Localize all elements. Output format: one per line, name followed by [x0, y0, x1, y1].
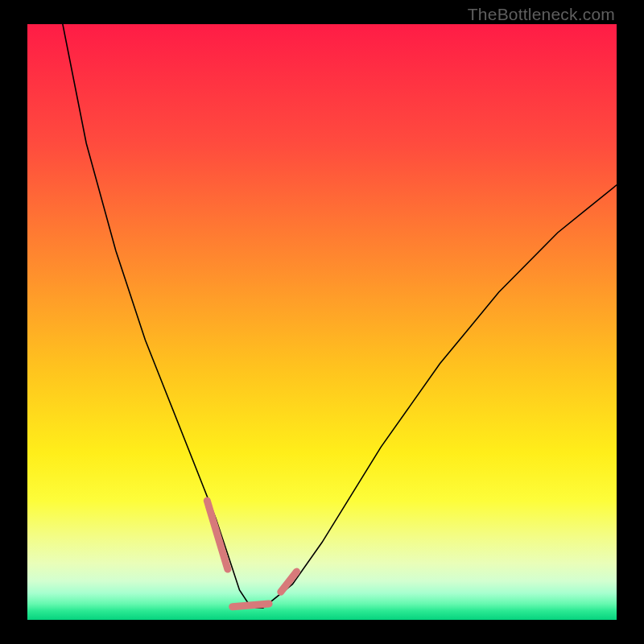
chart-plot-area: [27, 24, 617, 620]
highlight-left: [207, 501, 228, 569]
highlight-bottom: [233, 604, 269, 607]
chart-lines: [27, 24, 617, 620]
watermark-text: TheBottleneck.com: [468, 5, 615, 24]
bottleneck-curve: [63, 24, 617, 608]
